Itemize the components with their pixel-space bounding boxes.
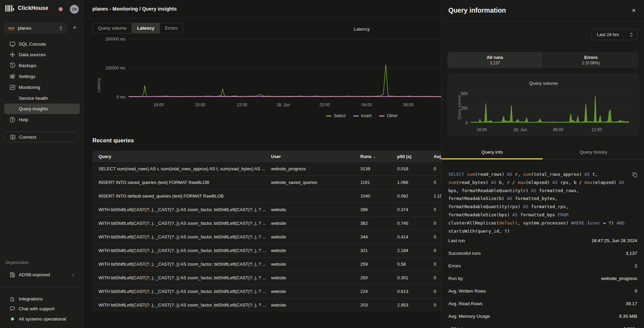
table-row[interactable]: WITH bitShiftLeft(CAST(?..), _CAST(?..))… — [92, 216, 441, 230]
sidebar-item-query-insights[interactable]: Query insights — [4, 104, 80, 114]
sidebar-item-chat-support[interactable]: Chat with support — [4, 303, 80, 314]
cell-user: website_saved_queries — [271, 180, 360, 185]
latency-chart-title: Latency — [345, 27, 379, 32]
cell-query: WITH bitShiftLeft(CAST(?..), _CAST(?..))… — [92, 289, 271, 294]
x-tick-label: 12:00 — [591, 127, 602, 132]
aws-icon: aws — [8, 26, 15, 30]
metric-tabs: Query volume Latency Errors — [92, 23, 183, 33]
cell-runs: 203 — [360, 302, 397, 308]
stat-row: Successful runs 3,137 — [448, 247, 637, 260]
latency-y-ticks: 0 ms100000 ms200000 ms — [91, 33, 125, 97]
building-icon — [10, 272, 15, 278]
cell-avg: 0 — [434, 248, 441, 253]
legend-item-other[interactable]: Other — [379, 113, 398, 118]
connect-button[interactable]: Connect — [4, 131, 78, 142]
legend-item-select[interactable]: Select — [326, 113, 346, 118]
cell-p50: 0.301 — [397, 275, 434, 280]
cell-runs: 382 — [360, 221, 397, 226]
tab-latency[interactable]: Latency — [132, 23, 160, 33]
close-icon[interactable]: ✕ — [630, 7, 637, 14]
x-tick-label: 22:00 — [237, 103, 247, 107]
table-row[interactable]: SELECT sum(read_rows) AS r, sum(total_ro… — [92, 162, 441, 175]
sidebar-item-system-status[interactable]: All systems operational — [4, 314, 80, 324]
stat-value: 9.35 MiB — [619, 314, 637, 319]
add-service-button[interactable]: + — [71, 24, 79, 32]
table-row[interactable]: INSERT INTO saved_queries (text) FORMAT … — [92, 175, 441, 189]
cell-user: website — [271, 248, 360, 253]
segment-all-runs[interactable]: All runs 3,137 — [447, 52, 543, 68]
cell-p50: 0.414 — [397, 234, 434, 239]
updown-chevron-icon — [629, 32, 633, 37]
x-tick-label: 20:00 — [195, 103, 205, 107]
cell-user: website — [271, 234, 360, 239]
cell-query: WITH bitShiftLeft(CAST(?..), _CAST(?..))… — [92, 207, 271, 212]
cell-p50: 0.58 — [397, 262, 434, 267]
cell-runs: 3139 — [360, 166, 397, 171]
query-volume-x-ticks: 18:0028. Jun06:0012:00 — [470, 127, 629, 133]
table-row[interactable]: INSERT INTO default.saved_queries (text)… — [92, 189, 441, 203]
cell-p50: 1.066 — [397, 180, 434, 185]
column-header-avg[interactable]: Avg. — [434, 154, 441, 159]
sliders-icon — [10, 74, 15, 79]
status-dot-icon — [11, 317, 14, 321]
column-header-query[interactable]: Query — [92, 154, 271, 159]
sidebar-item-help[interactable]: Help — [4, 114, 80, 125]
chevron-right-icon: › — [72, 269, 74, 280]
stat-value: 16:47:25, Jun 28 2024 — [591, 238, 637, 243]
query-volume-card: Query volume Query volume 0250500 18:002… — [447, 74, 640, 137]
query-volume-title: Query volume — [447, 81, 640, 86]
table-row[interactable]: WITH bitShiftLeft(CAST(?..), _CAST(?..))… — [92, 257, 441, 271]
column-header-p50[interactable]: p50 (s) — [397, 154, 434, 159]
stat-label: Avg. Read Rows — [448, 301, 482, 306]
sidebar-item-sql-console[interactable]: SQL Console — [4, 39, 80, 49]
tab-query-info[interactable]: Query info — [441, 146, 543, 159]
cell-query: WITH bitShiftLeft(CAST(?..), _CAST(?..))… — [92, 248, 271, 253]
stat-label: Avg. Written Rows — [448, 288, 486, 294]
table-row[interactable]: WITH bitShiftLeft(CAST(?..), _CAST(?..))… — [92, 203, 441, 216]
segment-errors[interactable]: Errors 2 (0.06%) — [543, 52, 639, 68]
sidebar-item-monitoring[interactable]: Monitoring — [4, 82, 80, 93]
x-tick-label: 02:00 — [320, 103, 330, 107]
table-row[interactable]: WITH bitShiftLeft(CAST(?..), _CAST(?..))… — [92, 298, 441, 312]
sidebar-item-service-health[interactable]: Service health — [4, 93, 80, 104]
cell-query: WITH bitShiftLeft(CAST(?..), _CAST(?..))… — [92, 262, 271, 267]
y-tick-label: 250 — [461, 106, 468, 111]
copy-icon[interactable] — [632, 172, 638, 178]
column-header-user[interactable]: User — [271, 154, 360, 159]
sidebar-item-data-sources[interactable]: Data sources — [4, 49, 80, 60]
sidebar-item-integrations[interactable]: Integrations — [4, 294, 80, 304]
stat-row: p50 latency 0.018s — [448, 323, 637, 328]
sidebar-divider — [0, 287, 84, 287]
tab-query-volume[interactable]: Query volume — [93, 23, 132, 33]
stat-value: 0.018s — [623, 326, 637, 328]
stat-label: Run by — [448, 276, 463, 281]
sidebar-item-organization[interactable]: ADSB.exposed › — [4, 269, 80, 280]
sql-query-text[interactable]: SELECT sum(read_rows) AS r, sum(total_ro… — [448, 170, 632, 235]
y-tick-label: 100000 ms — [105, 66, 125, 71]
stat-label: p50 latency — [448, 326, 472, 328]
query-volume-chart — [470, 92, 629, 125]
table-header: Query User Runs⌄ p50 (s) Avg. — [92, 151, 441, 162]
time-range-select[interactable]: Last 24 hrs — [591, 29, 638, 40]
sidebar-item-backups[interactable]: Backups — [4, 60, 80, 71]
table-row[interactable]: WITH bitShiftLeft(CAST(?..), _CAST(?..))… — [92, 244, 441, 257]
legend-dash-icon — [353, 115, 359, 116]
service-selector[interactable]: aws planes — [4, 22, 67, 34]
notification-dot[interactable] — [59, 7, 63, 11]
cell-runs: 1040 — [360, 193, 397, 199]
table-row[interactable]: WITH bitShiftLeft(CAST(?..), _CAST(?..))… — [92, 284, 441, 298]
sidebar-item-settings[interactable]: Settings — [4, 71, 80, 82]
column-header-runs[interactable]: Runs⌄ — [360, 154, 397, 159]
stat-row: Avg. Memory Usage 9.35 MiB — [448, 310, 637, 323]
user-avatar[interactable]: ZN — [70, 5, 79, 14]
cell-avg: 1.15 — [434, 193, 441, 199]
table-row[interactable]: WITH bitShiftLeft(CAST(?..), _CAST(?..))… — [92, 230, 441, 244]
tab-query-history[interactable]: Query history — [543, 146, 644, 159]
cell-user: website — [271, 302, 360, 308]
table-row[interactable]: WITH bitShiftLeft(CAST(?..), _CAST(?..))… — [92, 271, 441, 284]
legend-item-insert[interactable]: Insert — [353, 113, 372, 118]
cell-avg: 0 — [434, 207, 441, 212]
tab-errors[interactable]: Errors — [160, 23, 183, 33]
y-tick-label: 0 ms — [117, 95, 125, 99]
restore-clock-icon — [10, 63, 15, 68]
